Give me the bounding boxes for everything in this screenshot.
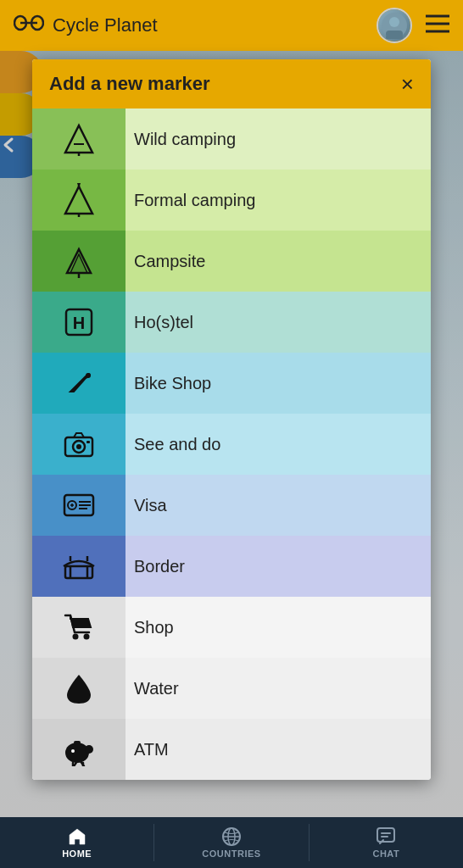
shop-label: Shop xyxy=(126,618,431,637)
svg-point-42 xyxy=(85,745,93,754)
nav-home-label: HOME xyxy=(62,849,92,859)
visa-icon xyxy=(62,488,96,522)
bike-shop-icon-cell xyxy=(32,353,126,414)
formal-camping-icon xyxy=(62,183,96,217)
marker-item-water[interactable]: Water xyxy=(32,658,431,719)
header-left: Cycle Planet xyxy=(14,13,158,38)
nav-countries-label: COUNTRIES xyxy=(202,849,260,859)
nav-item-countries[interactable]: COUNTRIES xyxy=(154,817,308,868)
wild-camping-label: Wild camping xyxy=(126,130,431,149)
atm-icon-cell xyxy=(32,719,126,780)
menu-icon[interactable] xyxy=(426,14,449,36)
formal-camping-icon-cell xyxy=(32,170,126,231)
avatar[interactable] xyxy=(377,8,412,43)
marker-item-hostel[interactable]: H Ho(s)tel xyxy=(32,292,431,353)
water-label: Water xyxy=(126,679,431,698)
logo-icon xyxy=(14,13,44,38)
svg-point-39 xyxy=(73,634,79,640)
svg-rect-26 xyxy=(86,441,90,443)
svg-point-41 xyxy=(65,743,89,763)
svg-rect-6 xyxy=(386,31,403,37)
visa-label: Visa xyxy=(126,496,431,515)
bottom-nav: HOME COUNTRIES CHAT xyxy=(0,817,463,868)
shop-icon-cell xyxy=(32,597,126,658)
border-label: Border xyxy=(126,557,431,576)
see-and-do-label: See and do xyxy=(126,435,431,454)
cart-icon xyxy=(62,610,96,644)
bike-shop-icon xyxy=(62,366,96,400)
nav-chat-label: CHAT xyxy=(372,849,399,859)
marker-item-campsite[interactable]: Campsite xyxy=(32,231,431,292)
atm-label: ATM xyxy=(126,740,431,760)
modal-close-button[interactable]: × xyxy=(401,73,414,95)
wild-camping-icon xyxy=(62,122,96,156)
modal-header: Add a new marker × xyxy=(32,59,431,108)
svg-point-5 xyxy=(389,17,399,27)
svg-rect-43 xyxy=(74,741,81,744)
svg-point-44 xyxy=(71,749,75,753)
water-drop-icon xyxy=(62,671,96,705)
campsite-icon xyxy=(62,244,96,278)
nav-item-home[interactable]: HOME xyxy=(0,817,153,868)
formal-camping-label: Formal camping xyxy=(126,191,431,210)
marker-item-formal-camping[interactable]: Formal camping xyxy=(32,170,431,231)
header-right xyxy=(377,8,449,43)
chat-icon xyxy=(376,826,396,847)
add-marker-modal: Add a new marker × Wild camping xyxy=(32,59,431,780)
svg-marker-10 xyxy=(65,125,92,153)
marker-item-wild-camping[interactable]: Wild camping xyxy=(32,108,431,170)
svg-marker-18 xyxy=(70,254,87,273)
hostel-icon-cell: H xyxy=(32,292,126,353)
nav-item-chat[interactable]: CHAT xyxy=(310,817,463,868)
border-icon xyxy=(62,549,96,583)
marker-item-visa[interactable]: Visa xyxy=(32,475,431,536)
modal-overlay: Add a new marker × Wild camping xyxy=(0,51,463,817)
marker-item-border[interactable]: Border xyxy=(32,536,431,597)
water-icon-cell xyxy=(32,658,126,719)
marker-list: Wild camping Formal camping xyxy=(32,108,431,780)
svg-point-22 xyxy=(86,373,91,378)
home-icon xyxy=(67,826,87,847)
svg-text:H: H xyxy=(73,314,85,332)
campsite-icon-cell xyxy=(32,231,126,292)
see-and-do-icon-cell xyxy=(32,414,126,475)
globe-icon xyxy=(221,826,242,847)
visa-icon-cell xyxy=(32,475,126,536)
svg-marker-13 xyxy=(65,186,92,214)
wild-camping-icon-cell xyxy=(32,108,126,170)
border-icon-cell xyxy=(32,536,126,597)
marker-item-atm[interactable]: ATM xyxy=(32,719,431,780)
hostel-icon: H xyxy=(62,305,96,339)
campsite-label: Campsite xyxy=(126,252,431,271)
svg-point-40 xyxy=(84,634,90,640)
marker-item-see-and-do[interactable]: See and do xyxy=(32,414,431,475)
svg-rect-52 xyxy=(377,828,394,842)
app-title: Cycle Planet xyxy=(53,14,158,36)
marker-item-shop[interactable]: Shop xyxy=(32,597,431,658)
bike-shop-label: Bike Shop xyxy=(126,374,431,393)
modal-title: Add a new marker xyxy=(49,73,210,95)
camera-icon xyxy=(62,427,96,461)
svg-point-25 xyxy=(76,444,81,449)
app-header: Cycle Planet xyxy=(0,0,463,51)
marker-item-bike-shop[interactable]: Bike Shop xyxy=(32,353,431,414)
svg-point-15 xyxy=(77,183,81,185)
piggy-bank-icon xyxy=(62,732,96,766)
hostel-label: Ho(s)tel xyxy=(126,313,431,332)
avatar-image xyxy=(378,9,410,42)
